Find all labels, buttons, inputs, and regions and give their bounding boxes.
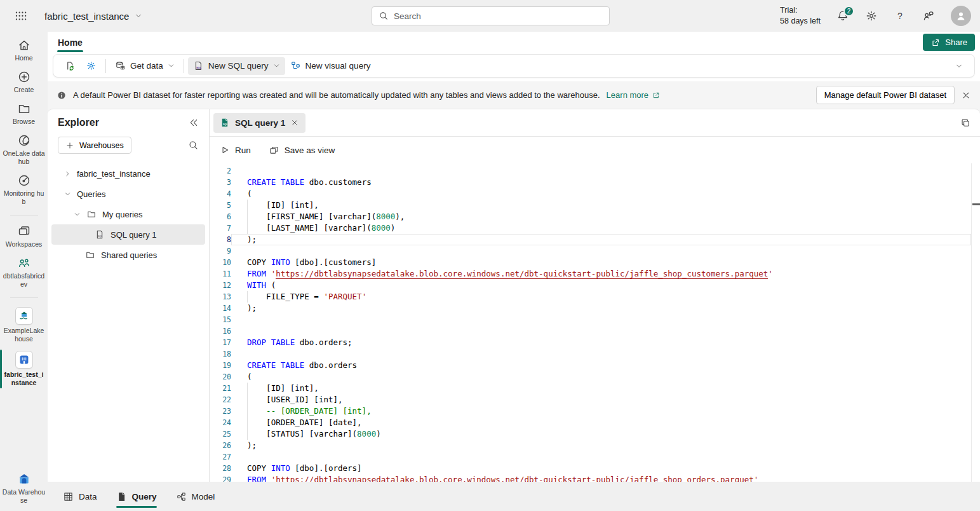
code-line[interactable]: 6 [FIRST_NAME] [varchar](8000), [210,211,980,222]
close-tab-icon[interactable] [290,118,299,127]
code-line[interactable]: 29FROM 'https://dbtlabsynapsedatalake.bl… [210,474,980,482]
feedback-button[interactable] [922,10,935,22]
rail-item-examplelakehouse[interactable]: ExampleLakehouse [0,307,48,343]
refresh-dataset-button[interactable] [60,57,81,75]
code-text: FROM 'https://dbtlabsynapsedatalake.blob… [231,268,971,280]
get-data-button[interactable]: Get data [110,57,180,75]
rail-divider [10,215,38,215]
code-line[interactable]: 24 [ORDER_DATE] [date], [210,417,980,428]
code-text: CREATE TABLE dbo.customers [231,177,971,188]
learn-more-link[interactable]: Learn more [607,90,661,100]
new-sql-query-button[interactable]: SQL New SQL query [188,57,285,75]
svg-text:SQL: SQL [196,66,202,69]
collapse-ribbon-chevron[interactable] [955,62,963,70]
svg-text:?: ? [897,11,903,21]
settings-gear-button[interactable] [81,57,102,75]
code-line[interactable]: 28COPY INTO [dbo].[orders] [210,463,980,474]
explorer-search-icon[interactable] [188,140,199,151]
rail-item-label: ExampleLakehouse [3,327,46,343]
query-tab[interactable]: SQL SQL query 1 [213,113,305,133]
settings-button[interactable] [865,10,878,22]
editor-overview-ruler[interactable] [971,163,980,482]
code-line[interactable]: 2 [210,165,980,177]
code-line[interactable]: 27 [210,451,980,463]
view-tab-model[interactable]: Model [176,482,215,511]
code-line[interactable]: 13 FILE_TYPE = 'PARQUET' [210,291,980,303]
svg-text:SQL: SQL [98,235,102,238]
line-number: 8 [210,234,231,245]
new-visual-query-button[interactable]: New visual query [285,57,376,75]
code-line[interactable]: 10COPY INTO [dbo].[customers] [210,257,980,268]
toolbar-divider [184,59,184,73]
rail-divider [10,297,38,298]
search-input[interactable] [394,11,603,21]
rail-item-browse[interactable]: Browse [0,102,48,126]
code-line[interactable]: 9 [210,245,980,257]
code-line[interactable]: 17DROP TABLE dbo.orders; [210,337,980,348]
rail-item-fabric-test-instance[interactable]: fabric_test_instance [0,351,48,387]
ribbon-tab-row: Home Share [48,32,980,53]
code-line[interactable]: 7 [LAST_NAME] [varchar](8000) [210,222,980,234]
line-number: 6 [210,211,231,222]
save-as-view-button[interactable]: Save as view [269,145,335,156]
tab-home[interactable]: Home [53,34,88,51]
code-line[interactable]: 8); [210,234,980,245]
code-line[interactable]: 19CREATE TABLE dbo.orders [210,360,980,371]
rail-item-workspaces[interactable]: Workspaces [0,224,48,249]
tree-item-my-queries[interactable]: My queries [51,204,205,224]
code-text: [STATUS] [varchar](8000) [231,428,971,440]
banner-close-icon[interactable] [961,90,971,100]
rail-item-data-warehouse[interactable]: Data Warehouse [0,472,48,505]
rail-item-label: fabric_test_instance [3,371,46,387]
person-icon [955,10,967,22]
app-launcher-icon[interactable] [14,9,28,23]
share-button[interactable]: Share [923,34,975,51]
workspace-switcher[interactable]: fabric_test_instance [44,11,142,22]
tree-item-fabric-test-instance[interactable]: fabric_test_instance [51,163,205,184]
code-line[interactable]: 23 -- [ORDER_DATE] [int], [210,405,980,417]
gear-icon [86,60,97,71]
code-line[interactable]: 16 [210,325,980,337]
code-line[interactable]: 4( [210,188,980,200]
run-button[interactable]: Run [220,145,251,155]
rail-item-create[interactable]: Create [0,70,48,94]
help-button[interactable]: ? [894,10,906,22]
code-line[interactable]: 14); [210,303,980,314]
code-line[interactable]: 21 [ID] [int], [210,383,980,394]
view-tab-query[interactable]: Query [116,482,157,511]
view-tab-data[interactable]: Data [63,482,97,511]
datagrid-icon [63,491,74,502]
rail-item-onelake-data-hub[interactable]: OneLake data hub [0,133,48,166]
tree-item-queries[interactable]: Queries [51,184,205,204]
code-line[interactable]: 12WITH ( [210,280,980,291]
code-text: COPY INTO [dbo].[customers] [231,257,971,268]
code-editor[interactable]: 23CREATE TABLE dbo.customers4(5 [ID] [in… [210,163,980,482]
tree-item-shared-queries[interactable]: Shared queries [51,245,205,265]
new-warehouse-button[interactable]: Warehouses [58,137,131,154]
rail-item-dbtlabsfabricdev[interactable]: dbtlabsfabricdev [0,256,48,289]
external-link-icon [652,91,661,100]
code-text: [ID] [int], [231,200,971,211]
collapse-panel-icon[interactable] [189,118,199,128]
code-line[interactable]: 26); [210,440,980,451]
explorer-panel: Explorer Warehouses fabric_test_instance… [48,109,210,482]
account-avatar[interactable] [951,6,971,26]
copy-icon[interactable] [960,118,971,128]
lakehouse-icon [18,310,30,322]
manage-dataset-button[interactable]: Manage default Power BI dataset [816,86,955,104]
code-line[interactable]: 18 [210,348,980,360]
notifications-button[interactable]: 2 [836,10,849,22]
code-line[interactable]: 25 [STATUS] [varchar](8000) [210,428,980,440]
code-line[interactable]: 11FROM 'https://dbtlabsynapsedatalake.bl… [210,268,980,280]
rail-item-monitoring-hub[interactable]: Monitoring hub [0,174,48,206]
code-line[interactable]: 20( [210,371,980,383]
rail-item-home[interactable]: Home [0,38,48,62]
code-line[interactable]: 5 [ID] [int], [210,200,980,211]
tree-item-sql-query-1[interactable]: SQLSQL query 1 [51,224,205,245]
code-line[interactable]: 3CREATE TABLE dbo.customers [210,177,980,188]
code-line[interactable]: 15 [210,314,980,325]
warehouse-app-icon [15,351,33,369]
plus-icon [65,141,74,150]
code-line[interactable]: 22 [USER_ID] [int], [210,394,980,405]
global-search-box [372,6,610,25]
